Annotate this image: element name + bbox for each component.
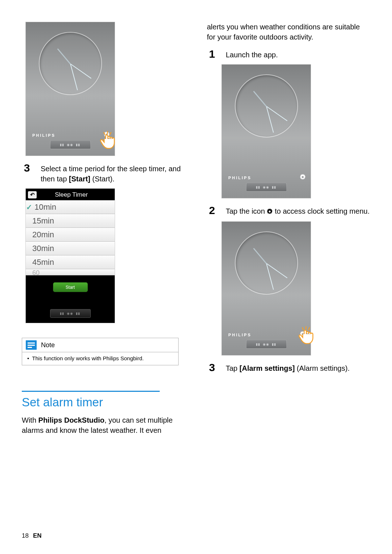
- language-code: EN: [33, 532, 42, 539]
- step-text: Tap the icon to access clock setting men…: [226, 205, 369, 217]
- step-text: Tap [Alarm settings] (Alarm settings).: [226, 362, 350, 373]
- philips-logo: PHILIPS: [228, 176, 252, 180]
- step-number: 3: [22, 163, 32, 184]
- timer-option[interactable]: 20min: [26, 228, 115, 242]
- analog-clock-face: [235, 74, 298, 138]
- settings-gear-icon[interactable]: [300, 174, 306, 180]
- section-heading: Set alarm timer: [22, 395, 185, 409]
- timer-option-partial[interactable]: 60: [26, 269, 115, 275]
- page-number: 18: [22, 532, 29, 539]
- clock-hand: [57, 48, 71, 64]
- sleep-timer-options: ✓10min 15min 20min 30min 45min 60: [26, 200, 115, 275]
- instruction-step-1: 1 Launch the app.: [207, 49, 370, 60]
- philips-logo: PHILIPS: [228, 333, 252, 337]
- left-column: PHILIPS ▮▮ ◉◉ ▮▮ 3 Select a time period …: [22, 22, 185, 435]
- page-footer: 18EN: [22, 532, 42, 539]
- note-icon: [26, 340, 37, 350]
- clock-hand: [253, 248, 267, 264]
- timer-option[interactable]: 45min: [26, 255, 115, 269]
- app-screenshot-clock-gear: PHILIPS ▮▮ ◉◉ ▮▮: [221, 64, 370, 198]
- start-button[interactable]: Start: [53, 282, 88, 292]
- timer-option[interactable]: 30min: [26, 242, 115, 255]
- clock-app-screen: PHILIPS ▮▮ ◉◉ ▮▮: [221, 221, 311, 356]
- note-callout: Note •This function only works with Phil…: [22, 338, 179, 365]
- sleep-timer-screenshot: ↶ Sleep Timer ✓10min 15min 20min 30min 4…: [25, 188, 115, 323]
- step-text: Select a time period for the sleep timer…: [41, 163, 185, 184]
- philips-logo: PHILIPS: [32, 133, 56, 138]
- app-screenshot-clock-tap-gear: PHILIPS ▮▮ ◉◉ ▮▮: [221, 221, 370, 356]
- clock-hand: [253, 91, 267, 107]
- manual-page: PHILIPS ▮▮ ◉◉ ▮▮ 3 Select a time period …: [0, 0, 392, 554]
- right-column: alerts you when weather conditions are s…: [207, 22, 370, 435]
- step-number: 1: [207, 49, 217, 60]
- dock-bar: ▮▮ ◉◉ ▮▮: [246, 340, 287, 349]
- analog-clock-face: [235, 231, 298, 295]
- sleep-timer-title: Sleep Timer: [30, 191, 113, 198]
- step-number: 3: [207, 362, 217, 373]
- continuation-paragraph: alerts you when weather conditions are s…: [207, 22, 370, 42]
- instruction-step-2: 2 Tap the icon to access clock setting m…: [207, 205, 370, 217]
- tap-gesture-icon: [297, 326, 315, 348]
- dock-bar: ▮▮ ◉◉ ▮▮: [50, 140, 91, 149]
- timer-option-selected[interactable]: ✓10min: [26, 200, 115, 214]
- dock-bar: ▮▮ ◉◉ ▮▮: [50, 309, 91, 318]
- check-icon: ✓: [26, 203, 32, 212]
- section-divider: [22, 391, 160, 392]
- note-header: Note: [22, 338, 178, 352]
- note-title: Note: [41, 341, 55, 349]
- tap-gesture-icon: [98, 131, 117, 153]
- step-number: 2: [207, 205, 217, 217]
- clock-app-screen: PHILIPS ▮▮ ◉◉ ▮▮: [25, 22, 115, 156]
- timer-option[interactable]: 15min: [26, 214, 115, 228]
- section-paragraph: With Philips DockStudio, you can set mul…: [22, 415, 178, 435]
- analog-clock-face: [39, 32, 102, 95]
- dock-bar: ▮▮ ◉◉ ▮▮: [246, 183, 287, 192]
- instruction-step-3: 3 Select a time period for the sleep tim…: [22, 163, 185, 184]
- two-column-layout: PHILIPS ▮▮ ◉◉ ▮▮ 3 Select a time period …: [22, 22, 370, 435]
- instruction-step-3-right: 3 Tap [Alarm settings] (Alarm settings).: [207, 362, 370, 373]
- app-screenshot-clock-tap: PHILIPS ▮▮ ◉◉ ▮▮: [25, 22, 185, 156]
- note-body: •This function only works with Philips S…: [22, 352, 178, 365]
- step-text: Launch the app.: [226, 49, 278, 60]
- gear-icon: [267, 207, 273, 217]
- sleep-timer-header: ↶ Sleep Timer: [26, 189, 115, 200]
- clock-app-screen: PHILIPS ▮▮ ◉◉ ▮▮: [221, 64, 311, 198]
